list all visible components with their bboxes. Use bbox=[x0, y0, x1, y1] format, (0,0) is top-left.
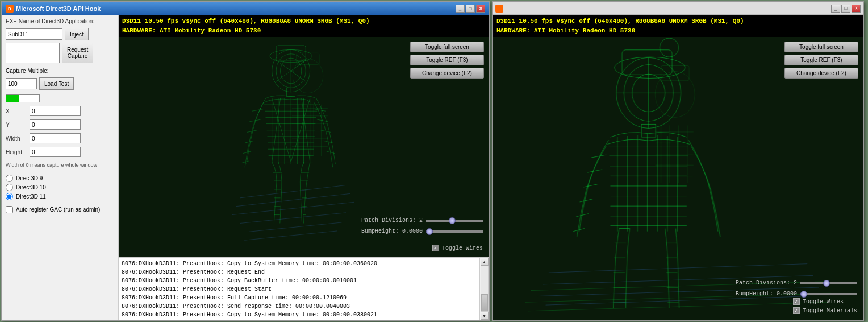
svg-line-97 bbox=[591, 155, 606, 158]
second-toggle-wires-checkbox[interactable]: ✓ bbox=[793, 298, 800, 305]
exe-label: EXE Name of Direct3D Application: bbox=[6, 18, 115, 24]
toggle-ref-button[interactable]: Toggle REF (F3) bbox=[410, 55, 484, 65]
second-patch-divisions-row: Patch Divisions: 2 bbox=[729, 280, 857, 286]
svg-point-75 bbox=[615, 57, 685, 78]
maximize-button[interactable]: □ bbox=[466, 5, 475, 13]
d3d9-label: Direct3D 9 bbox=[16, 175, 43, 181]
second-toggle-group: ✓ Toggle Wires ✓ Toggle Materials bbox=[793, 298, 857, 314]
second-bump-height-track[interactable] bbox=[800, 293, 857, 295]
bump-height-track[interactable] bbox=[426, 230, 483, 233]
svg-line-116 bbox=[528, 302, 828, 311]
log-scrollbar: ▲ ▼ bbox=[479, 258, 489, 320]
height-label: Height bbox=[6, 149, 30, 155]
svg-line-99 bbox=[583, 184, 598, 187]
scroll-up-arrow[interactable]: ▲ bbox=[481, 258, 489, 266]
close-button[interactable]: ✕ bbox=[476, 5, 485, 13]
second-close-button[interactable]: ✕ bbox=[852, 5, 861, 13]
viewport-header: D3D11 10.50 fps Vsync off (640x480), R8G… bbox=[119, 15, 489, 37]
exe-row: Inject bbox=[6, 28, 115, 40]
second-bump-height-row: BumpHeight: 0.0000 bbox=[729, 291, 857, 297]
log-content: 8076:DXHookD3D11: PresentHook: Copy to S… bbox=[119, 258, 479, 320]
change-device-button[interactable]: Change device (F2) bbox=[410, 68, 484, 79]
second-minimize-button[interactable]: _ bbox=[831, 5, 840, 13]
toggle-wires-checkbox[interactable]: ✓ bbox=[432, 245, 439, 251]
minimize-button[interactable]: _ bbox=[456, 5, 465, 13]
scroll-track[interactable] bbox=[481, 266, 489, 312]
patch-divisions-track[interactable] bbox=[426, 220, 483, 222]
d3d10-label: Direct3D 10 bbox=[16, 184, 46, 191]
y-field-row: Y bbox=[6, 119, 115, 130]
d3d10-radio[interactable] bbox=[6, 184, 13, 191]
patch-divisions-thumb[interactable] bbox=[449, 217, 456, 224]
second-window: _ □ ✕ D3D11 10.50 fps Vsync off (640x480… bbox=[492, 1, 864, 321]
second-toggle-ref-button[interactable]: Toggle REF (F3) bbox=[784, 55, 858, 65]
main-window: D Microsoft Direct3D API Hook _ □ ✕ EXE … bbox=[1, 1, 490, 321]
svg-line-67 bbox=[236, 193, 350, 206]
title-bar-left: D Microsoft Direct3D API Hook bbox=[6, 5, 101, 13]
bump-height-thumb[interactable] bbox=[426, 228, 433, 235]
height-input[interactable] bbox=[30, 147, 81, 157]
x-input[interactable] bbox=[30, 106, 81, 116]
svg-line-32 bbox=[241, 161, 248, 163]
second-toggle-wires-row: ✓ Toggle Wires bbox=[793, 298, 857, 305]
d3d9-radio[interactable] bbox=[6, 175, 13, 182]
log-line-3: 8076:DXHookD3D11: PresentHook: Request S… bbox=[122, 285, 477, 294]
second-toggle-fullscreen-button[interactable]: Toggle full screen bbox=[784, 42, 858, 52]
svg-line-34 bbox=[317, 119, 328, 122]
log-line-5: 8076:DXHookD3D11: PresentHook: Send resp… bbox=[122, 302, 477, 311]
auto-register-checkbox[interactable] bbox=[6, 206, 13, 213]
second-maximize-button[interactable]: □ bbox=[841, 5, 850, 13]
title-controls: _ □ ✕ bbox=[456, 5, 485, 13]
inject-button[interactable]: Inject bbox=[65, 28, 89, 40]
width-input[interactable] bbox=[30, 133, 81, 143]
y-input[interactable] bbox=[30, 119, 81, 130]
svg-line-71 bbox=[244, 231, 337, 240]
second-header-line1: D3D11 10.50 fps Vsync off (640x480), R8G… bbox=[496, 16, 859, 26]
load-test-row: Load Test bbox=[6, 77, 115, 90]
width-label: Width bbox=[6, 135, 30, 142]
second-toggle-wires-label: Toggle Wires bbox=[803, 299, 844, 305]
second-patch-divisions-track[interactable] bbox=[800, 282, 857, 284]
svg-line-28 bbox=[249, 119, 260, 122]
second-toggle-materials-label: Toggle Materials bbox=[803, 308, 857, 314]
auto-register-label[interactable]: Auto register GAC (run as admin) bbox=[6, 206, 115, 213]
d3d9-radio-label[interactable]: Direct3D 9 bbox=[6, 175, 115, 182]
main-viewport: D3D11 10.50 fps Vsync off (640x480), R8G… bbox=[119, 15, 489, 320]
load-test-button[interactable]: Load Test bbox=[39, 77, 74, 90]
viewport-buttons: Toggle full screen Toggle REF (F3) Chang… bbox=[410, 42, 484, 79]
second-header-line2: HARDWARE: ATI Mobility Radeon HD 5730 bbox=[496, 26, 859, 36]
second-change-device-button[interactable]: Change device (F2) bbox=[784, 68, 858, 79]
toggle-fullscreen-button[interactable]: Toggle full screen bbox=[410, 42, 484, 52]
height-field-row: Height bbox=[6, 147, 115, 157]
request-capture-button[interactable]: RequestCapture bbox=[62, 43, 93, 63]
app-icon: D bbox=[6, 5, 14, 13]
d3d10-radio-label[interactable]: Direct3D 10 bbox=[6, 184, 115, 191]
svg-line-33 bbox=[314, 109, 326, 112]
second-scene: Toggle full screen Toggle REF (F3) Chang… bbox=[493, 37, 863, 320]
log-line-1: 8076:DXHookD3D11: PresentHook: Request E… bbox=[122, 268, 477, 276]
second-toggle-materials-checkbox[interactable]: ✓ bbox=[793, 307, 800, 314]
capture-input[interactable] bbox=[6, 43, 60, 63]
second-bump-height-thumb[interactable] bbox=[800, 291, 807, 298]
scroll-down-arrow[interactable]: ▼ bbox=[481, 312, 489, 320]
d3d11-radio-label[interactable]: Direct3D 11 bbox=[6, 193, 115, 200]
capture-multiple-input[interactable] bbox=[6, 78, 37, 89]
main-window-title: Microsoft Direct3D API Hook bbox=[16, 5, 101, 12]
second-patch-divisions-thumb[interactable] bbox=[823, 280, 830, 287]
exe-input[interactable] bbox=[6, 28, 62, 40]
second-patch-divisions-label: Patch Divisions: 2 bbox=[729, 280, 797, 286]
capture-section: RequestCapture bbox=[6, 43, 115, 63]
scroll-thumb[interactable] bbox=[481, 294, 488, 311]
second-toggle-materials-row: ✓ Toggle Materials bbox=[793, 307, 857, 314]
toggle-wires-row: ✓ Toggle Wires bbox=[432, 245, 483, 251]
patch-divisions-row: Patch Divisions: 2 bbox=[354, 217, 483, 224]
left-panel: EXE Name of Direct3D Application: Inject… bbox=[2, 15, 119, 320]
viewport-header-line2: HARDWARE: ATI Mobility Radeon HD 5730 bbox=[122, 26, 485, 36]
log-line-6: 8076:DXHookD3D11: PresentHook: Copy to S… bbox=[122, 311, 477, 319]
viewport-header-line1: D3D11 10.50 fps Vsync off (640x480), R8G… bbox=[122, 16, 485, 26]
svg-line-69 bbox=[240, 213, 346, 224]
d3d11-radio[interactable] bbox=[6, 193, 13, 200]
svg-line-101 bbox=[576, 214, 589, 217]
log-line-2: 8076:DXHookD3D11: PresentHook: Copy Back… bbox=[122, 276, 477, 285]
hint-text: Width of 0 means capture whole window bbox=[6, 162, 115, 169]
